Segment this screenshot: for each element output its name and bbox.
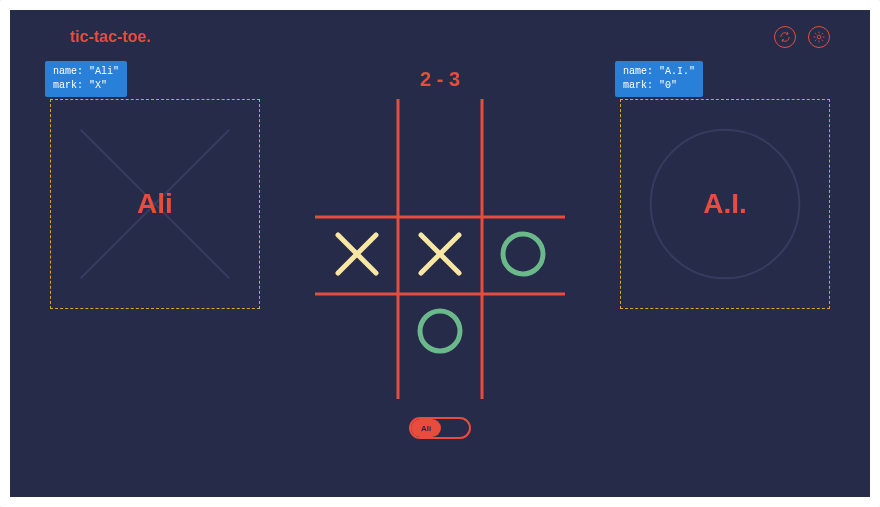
- tooltip-line: mark: "0": [623, 79, 695, 93]
- player-right-panel: name: "A.I." mark: "0" A.I.: [620, 99, 830, 309]
- cells-grid: [315, 139, 565, 369]
- svg-point-0: [817, 35, 821, 39]
- board-wrap: Ali: [315, 99, 565, 439]
- cell-2[interactable]: [482, 139, 565, 216]
- player-left-box[interactable]: Ali: [50, 99, 260, 309]
- cell-3[interactable]: [315, 216, 398, 293]
- o-mark-icon: [413, 304, 467, 358]
- player-left-name: Ali: [137, 188, 173, 220]
- refresh-icon: [779, 31, 791, 43]
- turn-indicator: Ali: [409, 417, 471, 439]
- cell-6[interactable]: [315, 292, 398, 369]
- refresh-button[interactable]: [774, 26, 796, 48]
- cell-7[interactable]: [398, 292, 481, 369]
- main-area: name: "Ali" mark: "X" Ali: [10, 99, 870, 439]
- cell-8[interactable]: [482, 292, 565, 369]
- turn-knob: Ali: [411, 419, 441, 437]
- x-mark-icon: [413, 227, 467, 281]
- game-board: [315, 99, 565, 399]
- header-actions: [774, 26, 830, 48]
- app-title: tic-tac-toe.: [70, 28, 151, 46]
- svg-point-12: [420, 311, 460, 351]
- settings-button[interactable]: [808, 26, 830, 48]
- app-container: tic-tac-toe. 2 - 3: [10, 10, 870, 497]
- score-display: 2 - 3: [10, 68, 870, 91]
- player-right-tooltip: name: "A.I." mark: "0": [615, 61, 703, 97]
- cell-5[interactable]: [482, 216, 565, 293]
- tooltip-line: name: "A.I.": [623, 65, 695, 79]
- player-right-name: A.I.: [703, 188, 747, 220]
- x-mark-icon: [330, 227, 384, 281]
- player-left-panel: name: "Ali" mark: "X" Ali: [50, 99, 260, 309]
- player-right-box[interactable]: A.I.: [620, 99, 830, 309]
- o-mark-icon: [496, 227, 550, 281]
- svg-point-11: [503, 234, 543, 274]
- turn-toggle[interactable]: Ali: [409, 417, 471, 439]
- cell-1[interactable]: [398, 139, 481, 216]
- cell-4[interactable]: [398, 216, 481, 293]
- cell-0[interactable]: [315, 139, 398, 216]
- header: tic-tac-toe.: [10, 10, 870, 58]
- tooltip-line: mark: "X": [53, 79, 119, 93]
- gear-icon: [813, 31, 825, 43]
- tooltip-line: name: "Ali": [53, 65, 119, 79]
- player-left-tooltip: name: "Ali" mark: "X": [45, 61, 127, 97]
